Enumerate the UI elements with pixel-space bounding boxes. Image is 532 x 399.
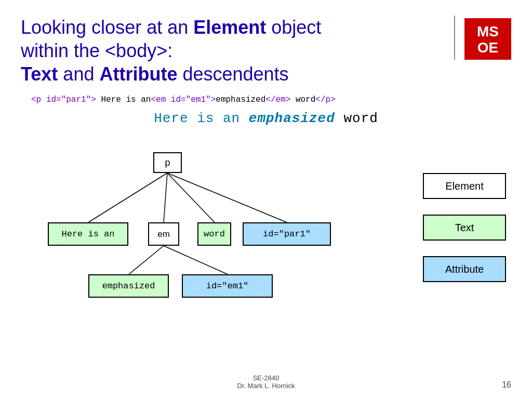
rendered-suffix: word: [335, 111, 378, 126]
legend-element-box: Element: [423, 173, 506, 199]
code-p-close: </p>: [315, 95, 335, 104]
code-word: word: [290, 95, 315, 104]
title-and: and: [58, 63, 99, 85]
title-attribute-bold: Attribute: [99, 63, 177, 85]
tree-diagram: p Here is an em word id="par1" emphasize…: [21, 142, 511, 308]
svg-line-8: [164, 246, 228, 274]
code-example: <p id="par1"> Here is an<em id="em1">emp…: [31, 95, 511, 104]
footer-course: SE-2840: [253, 374, 280, 382]
svg-line-6: [167, 173, 287, 222]
rendered-emphasized: emphasized: [249, 111, 335, 126]
title-line1-pre: Looking closer at an: [21, 17, 193, 38]
code-p-open: <p id="par1">: [31, 95, 96, 104]
title-line2: within the <body>:: [21, 40, 172, 61]
legend: Element Text Attribute: [423, 173, 506, 282]
title-element-bold: Element: [193, 17, 266, 38]
code-text1: Here is an: [96, 95, 151, 104]
node-word: word: [197, 222, 231, 246]
code-em-close: </em>: [265, 95, 290, 104]
node-here-is-an: Here is an: [48, 222, 128, 246]
svg-line-3: [88, 173, 167, 222]
svg-text:MS: MS: [477, 23, 499, 39]
title-line1-post: object: [266, 17, 321, 38]
footer-instructor: Dr. Mark L. Hornick: [237, 382, 295, 390]
legend-attribute-box: Attribute: [423, 256, 506, 282]
header: Looking closer at an Element object with…: [21, 16, 511, 86]
title-text-bold: Text: [21, 63, 58, 85]
page-number: 16: [502, 380, 511, 390]
msoe-logo: MS OE: [464, 18, 511, 60]
node-emphasized: emphasized: [88, 274, 169, 298]
svg-line-7: [129, 246, 164, 274]
node-em: em: [148, 222, 179, 246]
code-em-open: <em id="em1">: [151, 95, 216, 104]
node-p: p: [153, 152, 182, 173]
node-id-em1: id="em1": [182, 274, 273, 298]
rendered-output: Here is an emphasized word: [21, 111, 511, 126]
code-emphasized: emphasized: [216, 95, 265, 104]
node-id-par1: id="par1": [243, 222, 331, 246]
slide-title: Looking closer at an Element object with…: [21, 16, 321, 86]
title-descendents: descendents: [177, 63, 288, 85]
legend-text-box: Text: [423, 215, 506, 241]
rendered-prefix: Here is an: [154, 111, 249, 126]
svg-line-4: [164, 173, 167, 222]
slide: Looking closer at an Element object with…: [0, 0, 532, 399]
legend-element-label: Element: [445, 180, 483, 192]
svg-line-5: [167, 173, 215, 222]
svg-text:OE: OE: [477, 39, 498, 56]
legend-attribute-label: Attribute: [445, 263, 484, 275]
footer: SE-2840 Dr. Mark L. Hornick: [0, 374, 532, 390]
header-divider: [454, 16, 455, 60]
legend-text-label: Text: [455, 222, 474, 234]
